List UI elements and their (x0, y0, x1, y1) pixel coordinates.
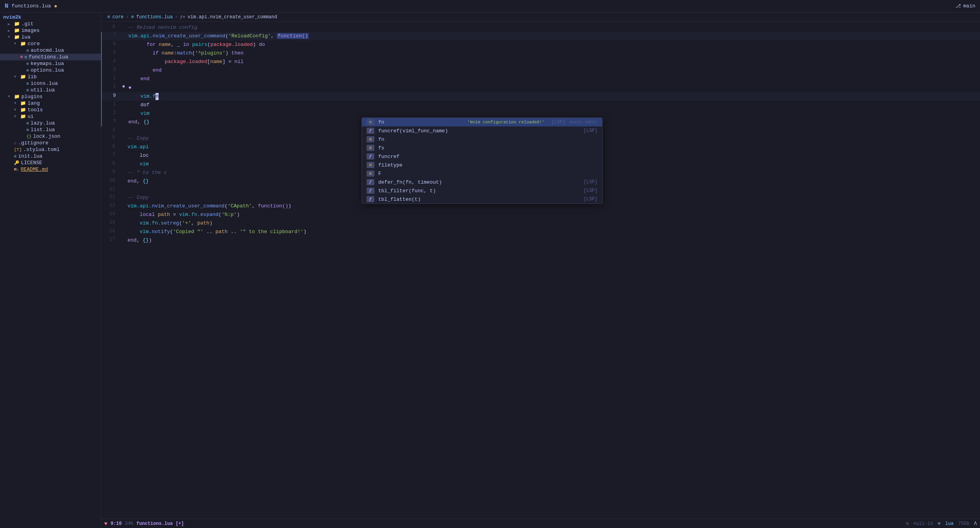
code-editor[interactable]: 8 -- Reload neovim config 7 vim.api.nvim… (101, 22, 980, 519)
sidebar-label: .stylua.toml (23, 147, 60, 153)
folder-icon: 📁 (14, 94, 20, 100)
lua-file-icon: ⊙ (14, 154, 17, 159)
autocomplete-item-fn-snippet[interactable]: ⊞ fn (362, 135, 602, 144)
line-number: 16 (101, 228, 120, 234)
chevron-right-icon: ▶ (8, 22, 12, 26)
ac-snippet-icon: ⊞ (367, 136, 374, 142)
sidebar-item-lua[interactable]: ▼ 📁 lua (0, 34, 101, 40)
line-number: 4 (102, 58, 121, 64)
sidebar-label: list.lua (31, 127, 55, 133)
sidebar-item-stylua[interactable]: [T] .stylua.toml (0, 146, 101, 153)
heart-icon: ♥ (104, 521, 107, 527)
folder-icon: 📁 (20, 114, 26, 119)
code-line-9-active: 9 vim.fn (101, 92, 980, 101)
autocomplete-item-funcref-snippet[interactable]: ƒ funcref (362, 152, 602, 161)
sidebar-item-options[interactable]: ⊙ options.lua (0, 67, 101, 74)
status-filename: functions.lua [+] (136, 521, 184, 526)
autocomplete-item-defer-fn[interactable]: ƒ defer_fn(fn, timeout) [LSP] (362, 178, 602, 186)
folder-icon: 📁 (14, 34, 20, 40)
sidebar-item-icons[interactable]: ⊙ icons.lua (0, 80, 101, 87)
ac-label: fn (378, 119, 463, 125)
line-number: 6 (101, 143, 120, 149)
autocomplete-dropdown[interactable]: ⊞ fn 'Nvim configuration reloaded!' [LSP… (362, 118, 603, 204)
sidebar-item-ui[interactable]: ▼ 📁 ui (0, 113, 101, 120)
line-content: end (127, 75, 980, 83)
autocomplete-item-tbl-flatten[interactable]: ƒ tbl_flatten(t) [LSP] (362, 195, 602, 203)
sidebar-item-lock[interactable]: {} lock.json (0, 133, 101, 140)
line-number: 15 (101, 219, 120, 225)
ac-snippet-icon: ⊞ (367, 170, 374, 177)
autocomplete-item-F[interactable]: ⊞ F (362, 169, 602, 178)
sidebar-item-list[interactable]: ⊙ list.lua (0, 126, 101, 133)
sidebar-item-util[interactable]: ⊙ util.lua (0, 87, 101, 93)
sidebar-item-autocmd[interactable]: ⊙ autocmd.lua (0, 47, 101, 54)
sidebar-header-nvim2k[interactable]: nvim2k (0, 14, 101, 21)
sidebar-label: util.lua (31, 87, 55, 93)
status-bar: ♥ 9:10 34% functions.lua [+] ⚙ null-ls ⊙… (101, 519, 980, 528)
ac-label: tbl_flatten(t) (378, 196, 477, 202)
code-line-17: 17 end, {}) (101, 236, 980, 245)
sidebar-item-lazy[interactable]: ⊙ lazy.lua (0, 120, 101, 126)
main-layout: nvim2k ▶ 📁 .git ▶ 📁 images ▼ 📁 lua ▼ 📁 c… (0, 12, 980, 528)
lua-file-icon: ⊙ (26, 88, 29, 93)
folder-icon: 📁 (20, 74, 26, 80)
sidebar-item-lib[interactable]: ▼ 📁 lib (0, 74, 101, 80)
git-file-icon: ◇ (14, 140, 17, 146)
lua-file-icon: ⊙ (26, 127, 29, 132)
line-content: end, {}) (126, 236, 980, 245)
sidebar-item-license[interactable]: 🔑 LICENSE (0, 160, 101, 166)
line-number: 9 (102, 92, 121, 98)
ac-extra: evels.INFO) (569, 120, 597, 125)
sidebar[interactable]: nvim2k ▶ 📁 .git ▶ 📁 images ▼ 📁 lua ▼ 📁 c… (0, 12, 101, 528)
breadcrumb-func: vim.api.nvim_create_user_command (188, 14, 277, 20)
sidebar-item-tools[interactable]: ▼ 📁 tools (0, 107, 101, 113)
ac-func-icon: ƒ (367, 179, 374, 185)
line-indicator: ● (121, 83, 127, 89)
sidebar-item-images[interactable]: ▶ 📁 images (0, 27, 101, 34)
branch-name: main (963, 3, 975, 9)
title-bar-left: N functions.lua ● (5, 3, 956, 10)
ac-label: F (378, 171, 597, 177)
autocomplete-item-funcref[interactable]: ƒ funcref(viml_func_name) [LSP] (362, 126, 602, 135)
git-branch-icon: ⎇ (956, 3, 961, 9)
chevron-down-icon: ▼ (14, 108, 19, 112)
line-content: -- Reload neovim config (126, 23, 980, 32)
sidebar-label: init.lua (18, 153, 42, 159)
line-number: 2 (102, 109, 121, 116)
sidebar-item-readme[interactable]: M↓ README.md (0, 166, 101, 173)
sidebar-item-functions[interactable]: ⊗ ⊙ functions.lua (0, 54, 101, 60)
breadcrumb-file-icon: ⊙ (131, 14, 134, 20)
line-content: ● (127, 83, 980, 92)
ac-source: [LSP] (583, 179, 597, 185)
line-number: 7 (101, 151, 120, 158)
line-number: 4 (101, 126, 120, 133)
ac-label: funcref (378, 154, 597, 160)
editor-area: ⊙ core › ⊙ functions.lua › ƒ× vim.api.nv… (101, 12, 980, 528)
code-line-2: 2 end (101, 75, 980, 83)
code-line-16: 16 vim.notify('Copied "' .. path .. '" t… (101, 228, 980, 236)
lua-file-icon: ⊙ (26, 121, 29, 126)
folder-icon: 📁 (20, 41, 26, 47)
gear-icon: ⚙ (906, 521, 908, 526)
sidebar-item-gitignore[interactable]: ◇ .gitignore (0, 140, 101, 146)
sidebar-label: images (21, 28, 40, 33)
sidebar-item-keymaps[interactable]: ⊙ keymaps.lua (0, 60, 101, 67)
autocomplete-item-tbl-filter[interactable]: ƒ tbl_filter(func, t) [LSP] (362, 186, 602, 195)
sidebar-item-git[interactable]: ▶ 📁 .git (0, 21, 101, 27)
sidebar-item-init[interactable]: ⊙ init.lua (0, 153, 101, 160)
status-arch-icon: Λ (974, 521, 977, 526)
chevron-down-icon: ▼ (14, 75, 19, 79)
line-number: 5 (101, 134, 120, 140)
sidebar-item-core[interactable]: ▼ 📁 core (0, 40, 101, 47)
autocomplete-item-filetype[interactable]: ⊞ filetype (362, 161, 602, 169)
ac-source: [LSP] (551, 119, 565, 125)
sidebar-label: functions.lua (29, 54, 68, 60)
sidebar-item-plugins[interactable]: ▼ 📁 plugins (0, 93, 101, 100)
line-number: 6 (102, 40, 121, 47)
sidebar-label: LICENSE (21, 160, 42, 166)
line-number: 12 (101, 193, 120, 200)
line-content: if name:match('^plugins') then (127, 49, 980, 58)
sidebar-item-lang[interactable]: ▼ 📁 lang (0, 100, 101, 107)
autocomplete-item-fn-lsp[interactable]: ⊞ fn 'Nvim configuration reloaded!' [LSP… (362, 118, 602, 126)
autocomplete-item-fs[interactable]: ⊞ fs (362, 144, 602, 152)
